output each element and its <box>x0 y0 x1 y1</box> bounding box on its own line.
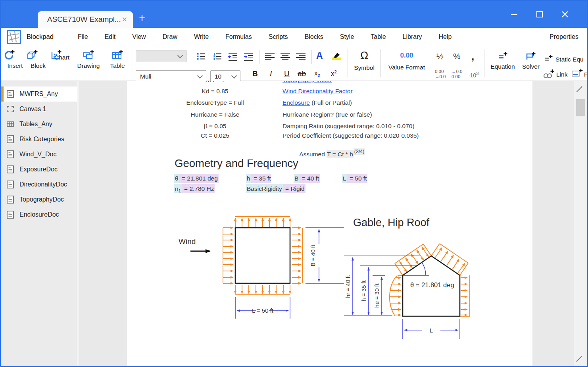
bullet-list-button[interactable] <box>196 52 206 61</box>
sidebar-item-mwfrs-any[interactable]: MWFRS_Any <box>1 86 77 102</box>
menu-properties[interactable]: Properties <box>550 33 587 40</box>
strikethrough-button[interactable]: ab <box>298 69 306 78</box>
menu-style[interactable]: Style <box>332 33 363 40</box>
sidebar-item-directionality-doc[interactable]: DirectionalityDoc <box>1 177 77 192</box>
menu-table[interactable]: Table <box>362 33 394 40</box>
tab-close-icon[interactable]: ✕ <box>121 15 128 24</box>
symbol-button[interactable]: Ω Symbol <box>350 50 379 71</box>
vertical-scrollbar[interactable] <box>574 81 587 366</box>
drawing-button[interactable]: Drawing <box>75 49 102 69</box>
menu-file[interactable]: File <box>69 33 96 40</box>
italic-button[interactable]: I <box>270 69 272 78</box>
static-equation-icon <box>544 54 553 62</box>
new-tab-button[interactable]: + <box>139 12 145 24</box>
menu-blockpad[interactable]: Blockpad <box>27 33 54 40</box>
sidebar-item-tables-any[interactable]: Tables_Any <box>1 117 77 132</box>
scroll-down-icon[interactable] <box>576 356 582 361</box>
sidebar-item-risk-categories[interactable]: Risk Categories <box>1 132 77 147</box>
indent-button[interactable] <box>243 52 254 61</box>
bullet-list-icon <box>196 52 206 61</box>
hr-dimension-label: hr = 40 ft <box>345 275 351 298</box>
outdent-button[interactable] <box>227 52 238 61</box>
roof-angle-label: θ = 21.801 deg <box>410 281 454 288</box>
gable-roof-diagram: Gable, Hip Roof <box>338 209 517 348</box>
menu-view[interactable]: View <box>124 33 154 40</box>
formula-doc-label[interactable]: F <box>584 71 588 78</box>
b-value[interactable]: B = 40 ft <box>294 175 320 182</box>
insert-button[interactable]: Insert <box>2 49 28 69</box>
sidebar-item-exposure-doc[interactable]: ExposureDoc <box>1 162 77 177</box>
static-equation-label[interactable]: Static Equ <box>555 56 584 63</box>
wind-label: Wind <box>179 237 196 246</box>
menu-edit[interactable]: Edit <box>96 33 124 40</box>
sidebar-item-enclosure-doc[interactable]: EnclosureDoc <box>1 207 77 222</box>
solver-button[interactable]: Solver <box>519 51 543 70</box>
align-left-button[interactable] <box>264 52 275 61</box>
decrease-decimals-button[interactable]: 0.00 →0.0 <box>435 69 446 79</box>
topography-factor-link[interactable]: Topography factor <box>282 81 332 83</box>
static-equation-button[interactable] <box>544 54 553 62</box>
document-icon <box>6 165 14 174</box>
highlighter-icon <box>331 51 342 60</box>
basic-rigidity-value[interactable]: BasicRigidity = Rigid <box>246 185 306 192</box>
l-value[interactable]: L = 50 ft <box>342 175 367 182</box>
sidebar-item-wind-v-doc[interactable]: Wind_V_Doc <box>1 147 77 162</box>
doc-row: β = 0.05 Damping Ratio (suggested range:… <box>127 123 532 131</box>
enclosure-link[interactable]: Enclosure <box>282 99 310 106</box>
percent-format-button[interactable]: % <box>453 52 461 61</box>
bold-button[interactable]: B <box>252 69 258 78</box>
chart-button[interactable]: Chart <box>49 49 75 61</box>
theta-value[interactable]: θ = 21.801 deg <box>174 175 219 182</box>
sidebar-item-topography-doc[interactable]: TopographyDoc <box>1 192 77 207</box>
drawing-icon <box>82 49 95 61</box>
leeward-wall-arrows <box>460 275 470 316</box>
wind-directionality-link[interactable]: Wind Directionality Factor <box>282 88 353 94</box>
font-color-button[interactable]: A <box>316 50 323 61</box>
minimize-button[interactable] <box>502 1 527 28</box>
close-button[interactable] <box>552 1 578 28</box>
scroll-up-icon[interactable] <box>576 86 582 92</box>
menu-formulas[interactable]: Formulas <box>217 33 260 40</box>
table-icon <box>6 120 14 129</box>
table-button[interactable]: Table <box>105 49 130 69</box>
formula-doc-button[interactable] <box>571 68 583 78</box>
link-button[interactable] <box>543 69 555 79</box>
menu-write[interactable]: Write <box>186 33 217 40</box>
sidebar-item-label: Canvas 1 <box>19 106 46 113</box>
numbered-list-button[interactable] <box>212 52 223 61</box>
comma-format-button[interactable]: , <box>471 50 474 63</box>
scientific-notation-button[interactable]: ·103 <box>468 71 478 78</box>
subscript-button[interactable]: x2 <box>314 69 320 78</box>
document-icon <box>6 135 14 144</box>
underline-button[interactable]: U <box>284 69 290 78</box>
maximize-button[interactable] <box>527 1 552 28</box>
increase-decimals-button[interactable]: ←0.0 0.00 <box>452 69 463 79</box>
h-value[interactable]: h = 35 ft <box>246 175 271 182</box>
n1-value[interactable]: n1 = 2.780 Hz <box>174 185 215 193</box>
sidebar-item-canvas-1[interactable]: Canvas 1 <box>1 102 77 117</box>
toolbar-separator <box>484 49 484 77</box>
toolbar-separator <box>259 50 259 64</box>
value-format-button[interactable]: 0.00 Value Format <box>382 52 431 71</box>
h-dimension-label: h = 35 ft <box>361 281 367 302</box>
equation-button[interactable]: Equation <box>487 51 518 70</box>
menu-blocks[interactable]: Blocks <box>296 33 332 40</box>
document-tab[interactable]: ASCE710W Exampl... ✕ <box>38 11 133 28</box>
document-icon <box>6 195 14 204</box>
superscript-button[interactable]: x2 <box>331 69 337 78</box>
block-button[interactable]: Block <box>25 49 51 69</box>
menu-scripts[interactable]: Scripts <box>260 33 296 40</box>
menu-library[interactable]: Library <box>394 33 430 40</box>
menu-draw[interactable]: Draw <box>154 33 186 40</box>
scrollbar-thumb[interactable] <box>576 99 585 116</box>
highlight-button[interactable] <box>331 51 342 60</box>
align-right-button[interactable] <box>295 52 306 61</box>
align-center-button[interactable] <box>280 52 291 61</box>
sidebar-item-label: EnclosureDoc <box>19 211 59 218</box>
link-label[interactable]: Link <box>556 71 567 78</box>
section-heading: Geometry and Frequency <box>175 157 298 170</box>
fraction-format-button[interactable]: ½ <box>436 52 444 61</box>
document-page[interactable]: Kzt = 1 Topography factor Kd = 0.85 Wind… <box>127 81 532 366</box>
menu-help[interactable]: Help <box>430 33 460 40</box>
paragraph-style-select[interactable] <box>136 50 186 62</box>
